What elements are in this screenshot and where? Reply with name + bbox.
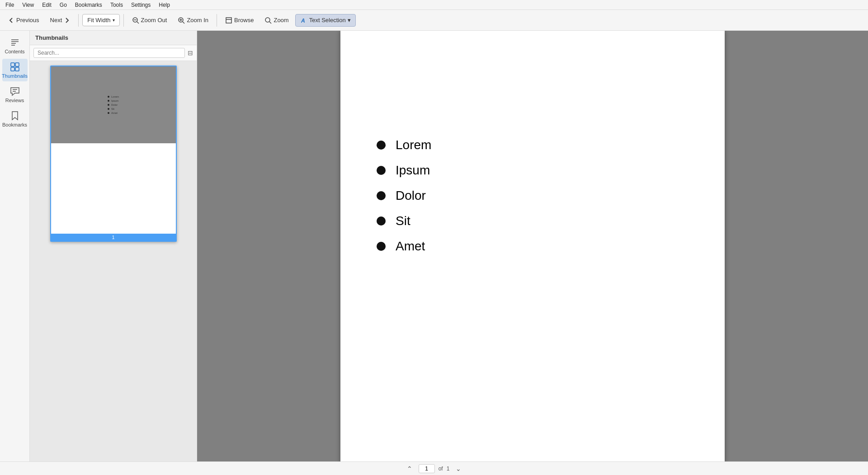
list-item-text-1: Lorem	[396, 138, 431, 152]
fit-width-label: Fit Width	[87, 17, 110, 24]
text-selection-dropdown-icon: ▾	[348, 17, 351, 24]
browse-button[interactable]: Browse	[221, 14, 258, 26]
reviews-label: Reviews	[5, 98, 24, 103]
bullet-1	[377, 141, 386, 150]
pdf-list: Lorem Ipsum Dolor Sit Amet	[377, 138, 689, 254]
thumbnails-icon	[9, 61, 20, 72]
search-bar: ⊟	[30, 45, 197, 61]
separator-1	[78, 14, 79, 27]
zoom-tool-label: Zoom	[274, 17, 288, 24]
bookmarks-icon	[9, 110, 20, 121]
contents-label: Contents	[5, 49, 24, 54]
thumbnail-page-num: 1	[51, 234, 176, 241]
thumbnail-container: Lorem Ipsum Dolor Sit Amet 1	[50, 66, 177, 242]
list-item: Sit	[377, 214, 689, 228]
bullet-2	[377, 166, 386, 175]
svg-text:A: A	[301, 18, 305, 24]
page-down-button[interactable]: ⌄	[453, 464, 464, 473]
menu-file[interactable]: File	[2, 1, 18, 9]
thumbnail-body	[51, 143, 176, 234]
separator-3	[217, 14, 217, 27]
list-item-text-5: Amet	[396, 239, 425, 254]
contents-icon	[9, 37, 20, 48]
svg-line-1	[137, 22, 139, 24]
menu-edit[interactable]: Edit	[38, 1, 55, 9]
next-button[interactable]: Next	[46, 14, 75, 26]
list-item-text-2: Ipsum	[396, 163, 430, 178]
menu-bookmarks[interactable]: Bookmarks	[71, 1, 106, 9]
search-input[interactable]	[33, 48, 185, 58]
sidebar-item-bookmarks[interactable]: Bookmarks	[2, 108, 28, 130]
text-selection-label: Text Selection	[309, 17, 346, 24]
chevron-right-icon	[64, 17, 70, 24]
zoom-out-label: Zoom Out	[141, 17, 167, 24]
menu-help[interactable]: Help	[155, 1, 174, 9]
separator-2	[123, 14, 124, 27]
icon-panel: Contents Thumbnails Reviews Bookmarks	[0, 31, 30, 461]
side-panel-header: Thumbnails	[30, 31, 197, 45]
fit-width-dropdown-icon: ▾	[113, 18, 115, 23]
browse-icon	[225, 17, 232, 24]
filter-icon[interactable]: ⊟	[188, 49, 193, 56]
reviews-icon	[9, 86, 20, 97]
zoom-in-icon	[178, 17, 185, 24]
svg-line-4	[183, 22, 184, 24]
thumbnail-area: Lorem Ipsum Dolor Sit Amet 1	[30, 61, 197, 461]
total-pages-label: 1	[447, 466, 450, 472]
menu-tools[interactable]: Tools	[107, 1, 127, 9]
zoom-out-icon	[132, 17, 139, 24]
previous-button[interactable]: Previous	[4, 14, 44, 26]
menu-view[interactable]: View	[19, 1, 38, 9]
main-layout: Contents Thumbnails Reviews Bookmarks	[0, 31, 868, 461]
zoom-in-button[interactable]: Zoom In	[173, 14, 213, 26]
sidebar-item-contents[interactable]: Contents	[2, 34, 28, 57]
status-bar: ⌃ of 1 ⌄	[0, 461, 868, 475]
zoom-in-label: Zoom In	[187, 17, 208, 24]
thumbnail-content-preview: Lorem Ipsum Dolor Sit Amet	[99, 90, 128, 119]
previous-label: Previous	[16, 17, 39, 24]
zoom-tool-icon	[264, 17, 272, 24]
list-item: Dolor	[377, 188, 689, 203]
side-panel-title: Thumbnails	[35, 34, 68, 41]
page-number-input[interactable]	[419, 464, 435, 473]
side-panel: Thumbnails ⊟ Lorem Ipsum Dolor Sit Amet	[30, 31, 197, 461]
bullet-5	[377, 242, 386, 251]
svg-rect-16	[15, 63, 19, 66]
svg-line-9	[269, 22, 271, 24]
list-item-text-4: Sit	[396, 214, 410, 228]
thumbnail-header: Lorem Ipsum Dolor Sit Amet	[51, 66, 176, 143]
text-selection-icon: A	[300, 17, 307, 24]
bullet-4	[377, 216, 386, 226]
zoom-out-button[interactable]: Zoom Out	[127, 14, 172, 26]
next-label: Next	[50, 17, 62, 24]
list-item: Ipsum	[377, 163, 689, 178]
pdf-page: Lorem Ipsum Dolor Sit Amet	[340, 31, 725, 461]
menu-settings[interactable]: Settings	[127, 1, 154, 9]
list-item: Amet	[377, 239, 689, 254]
zoom-button[interactable]: Zoom	[260, 14, 293, 26]
bookmarks-label: Bookmarks	[2, 122, 27, 127]
svg-rect-15	[11, 63, 14, 66]
menu-go[interactable]: Go	[56, 1, 71, 9]
browse-label: Browse	[234, 17, 254, 24]
toolbar: Previous Next Fit Width ▾ Zoom Out Zoom …	[0, 10, 868, 31]
chevron-left-icon	[8, 17, 14, 24]
fit-width-button[interactable]: Fit Width ▾	[82, 14, 119, 26]
page-up-button[interactable]: ⌃	[404, 464, 415, 473]
svg-rect-17	[11, 67, 14, 71]
list-item-text-3: Dolor	[396, 188, 426, 203]
page-of-label: of	[439, 466, 443, 472]
thumbnails-label: Thumbnails	[2, 73, 28, 79]
list-item: Lorem	[377, 138, 689, 152]
menu-bar: File View Edit Go Bookmarks Tools Settin…	[0, 0, 868, 10]
svg-rect-18	[15, 67, 19, 71]
sidebar-item-reviews[interactable]: Reviews	[2, 83, 28, 106]
svg-point-8	[265, 18, 270, 22]
bullet-3	[377, 191, 386, 200]
thumbnail-wrapper[interactable]: Lorem Ipsum Dolor Sit Amet 1	[50, 66, 177, 242]
pdf-viewer: Lorem Ipsum Dolor Sit Amet	[197, 31, 868, 461]
text-selection-button[interactable]: A Text Selection ▾	[295, 14, 356, 27]
sidebar-item-thumbnails[interactable]: Thumbnails	[2, 59, 28, 81]
